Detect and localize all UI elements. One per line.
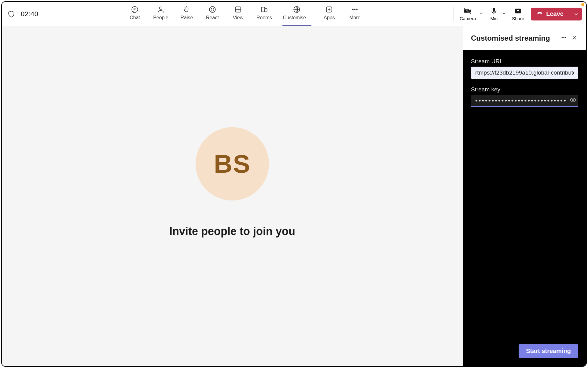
svg-point-4 <box>213 8 214 9</box>
leave-options-chevron[interactable] <box>570 8 582 20</box>
apps-label: Apps <box>324 15 335 20</box>
meeting-stage: BS Invite people to join you <box>2 26 463 366</box>
mic-toggle-button[interactable]: Mic <box>487 3 500 25</box>
svg-point-10 <box>352 9 354 10</box>
apps-button[interactable]: Apps <box>320 2 338 26</box>
panel-body: Stream URL Stream key Start streaming <box>463 50 586 366</box>
raise-label: Raise <box>181 15 193 20</box>
svg-point-12 <box>356 9 358 10</box>
raise-hand-button[interactable]: Raise <box>178 2 196 26</box>
panel-footer: Start streaming <box>519 344 578 358</box>
chat-button[interactable]: Chat <box>126 2 144 26</box>
toolbar-center-group: Chat People Raise React <box>39 2 451 26</box>
stream-key-label: Stream key <box>471 86 578 93</box>
camera-group: Camera <box>458 3 485 25</box>
view-button[interactable]: View <box>229 2 247 26</box>
toolbar-right-group: Camera Mic <box>451 2 582 26</box>
participant-avatar: BS <box>196 127 269 201</box>
meeting-content: BS Invite people to join you Customised … <box>2 26 586 366</box>
view-label: View <box>233 15 243 20</box>
react-icon <box>208 5 217 14</box>
stream-key-row <box>471 95 578 107</box>
mic-options-chevron[interactable] <box>500 11 508 17</box>
meeting-window: 02:40 Chat People Raise <box>1 1 587 367</box>
mic-label: Mic <box>491 16 498 21</box>
mic-group: Mic <box>487 3 508 25</box>
rooms-icon <box>260 5 268 14</box>
panel-header: Customised streaming <box>463 26 586 50</box>
customise-label: Customise… <box>283 15 311 20</box>
globe-icon <box>292 5 301 14</box>
react-button[interactable]: React <box>203 2 222 26</box>
svg-point-16 <box>564 37 564 38</box>
svg-point-15 <box>562 37 563 38</box>
customise-button[interactable]: Customise… <box>281 2 313 26</box>
camera-label: Camera <box>460 16 476 21</box>
shield-icon[interactable] <box>7 10 15 18</box>
panel-title: Customised streaming <box>471 34 559 42</box>
more-button[interactable]: More <box>346 2 364 26</box>
stream-url-label: Stream URL <box>471 58 578 65</box>
more-ellipsis-icon <box>351 5 359 14</box>
start-streaming-button[interactable]: Start streaming <box>519 344 578 358</box>
meeting-toolbar: 02:40 Chat People Raise <box>2 2 586 26</box>
svg-point-18 <box>572 99 574 101</box>
customised-streaming-panel: Customised streaming Stream URL Stream k… <box>463 26 586 366</box>
mic-on-icon <box>489 7 498 15</box>
leave-button-group: Leave <box>531 8 582 20</box>
chat-label: Chat <box>130 15 140 20</box>
svg-rect-13 <box>493 8 495 12</box>
camera-off-icon <box>463 7 472 15</box>
share-screen-icon <box>513 7 523 15</box>
raise-hand-icon <box>182 5 191 14</box>
window-minimize-dot[interactable] <box>581 3 584 6</box>
rooms-button[interactable]: Rooms <box>255 2 274 26</box>
call-duration: 02:40 <box>21 10 39 18</box>
avatar-initials: BS <box>214 149 251 179</box>
stream-key-input[interactable] <box>471 95 578 106</box>
react-label: React <box>206 15 219 20</box>
share-button[interactable]: Share <box>510 3 526 25</box>
svg-point-2 <box>209 6 215 13</box>
reveal-key-button[interactable] <box>570 97 576 105</box>
svg-point-1 <box>160 7 162 9</box>
svg-point-3 <box>211 8 212 9</box>
leave-phone-icon <box>536 10 543 18</box>
panel-more-button[interactable] <box>559 32 569 44</box>
share-label: Share <box>512 16 524 21</box>
camera-options-chevron[interactable] <box>478 11 485 17</box>
svg-rect-7 <box>265 8 267 12</box>
svg-point-17 <box>565 37 566 38</box>
people-label: People <box>153 15 168 20</box>
leave-button[interactable]: Leave <box>531 8 570 20</box>
people-icon <box>156 5 165 14</box>
svg-rect-6 <box>262 7 265 12</box>
camera-toggle-button[interactable]: Camera <box>458 3 478 25</box>
svg-point-0 <box>132 6 138 13</box>
toolbar-left-group: 02:40 <box>7 10 39 18</box>
chat-icon <box>130 5 139 14</box>
svg-point-11 <box>354 9 355 10</box>
rooms-label: Rooms <box>256 15 272 20</box>
apps-plus-icon <box>325 5 333 14</box>
toolbar-divider <box>453 7 454 21</box>
stream-key-group: Stream key <box>471 86 578 107</box>
more-label: More <box>349 15 360 20</box>
view-grid-icon <box>234 5 242 14</box>
panel-close-button[interactable] <box>569 32 579 44</box>
stream-url-input[interactable] <box>471 67 578 79</box>
leave-label: Leave <box>546 10 564 17</box>
invite-message: Invite people to join you <box>169 225 295 238</box>
people-button[interactable]: People <box>151 2 170 26</box>
